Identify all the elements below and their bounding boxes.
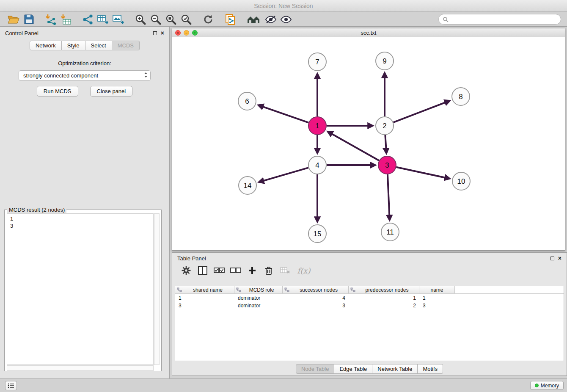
float-panel-icon[interactable]	[153, 31, 157, 35]
maximize-window-traffic-light[interactable]: +	[192, 30, 198, 36]
graph-edge-3-10[interactable]	[396, 167, 449, 179]
graph-edge-1-6[interactable]	[259, 105, 308, 123]
tab-mcds[interactable]: MCDS	[112, 41, 140, 50]
graph-edge-4-14[interactable]	[259, 168, 308, 182]
zoom-out-button[interactable]	[148, 13, 163, 26]
graph-edge-3-1[interactable]	[328, 132, 379, 160]
graph-node-4[interactable]: 4	[308, 156, 326, 174]
graph-node-label: 11	[386, 228, 394, 236]
graph-node-8[interactable]: 8	[452, 88, 470, 105]
new-network-button[interactable]	[80, 13, 96, 26]
graph-node-1[interactable]: 1	[308, 117, 326, 135]
graph-node-label: 10	[457, 177, 465, 185]
float-table-panel-icon[interactable]	[550, 257, 554, 260]
table-row[interactable]: 1 dominator 4 1 1	[175, 295, 564, 301]
criterion-select[interactable]: strongly connected component	[19, 70, 151, 81]
zoom-in-button[interactable]	[133, 13, 148, 26]
import-network-button[interactable]	[43, 13, 58, 26]
import-table-button[interactable]	[58, 13, 74, 26]
cell-shared-name[interactable]: 1	[175, 295, 234, 301]
column-header-predecessor-nodes[interactable]: predecessor nodes	[349, 286, 419, 293]
close-panel-button[interactable]: Close panel	[90, 86, 133, 97]
cell-name[interactable]: 3	[419, 303, 455, 309]
cell-predecessor-nodes[interactable]: 2	[349, 303, 419, 309]
graph-node-11[interactable]: 11	[381, 223, 399, 241]
tab-node-table[interactable]: Node Table	[296, 364, 335, 374]
zoom-out-icon	[150, 14, 162, 25]
graph-node-6[interactable]: 6	[238, 92, 256, 110]
open-session-button[interactable]	[6, 13, 21, 26]
column-header-filler	[455, 286, 564, 293]
go-home-button[interactable]	[245, 13, 263, 26]
search-field[interactable]	[438, 14, 561, 25]
select-all-rows-button[interactable]	[213, 265, 226, 276]
tab-select[interactable]: Select	[85, 41, 112, 50]
cell-name[interactable]: 1	[419, 295, 455, 301]
minimize-window-traffic-light[interactable]: −	[184, 30, 189, 36]
graph-node-7[interactable]: 7	[308, 53, 326, 71]
tab-edge-table[interactable]: Edge Table	[334, 364, 372, 374]
cell-mcds-role[interactable]: dominator	[234, 303, 283, 309]
graph-node-3[interactable]: 3	[378, 156, 396, 174]
graph-edge-2-8[interactable]	[394, 101, 449, 122]
task-history-button[interactable]	[5, 381, 17, 390]
column-type-icon	[177, 287, 182, 292]
column-header-successor-nodes[interactable]: successor nodes	[283, 286, 349, 293]
search-input[interactable]	[451, 16, 557, 22]
close-window-traffic-light[interactable]: ×	[175, 30, 181, 36]
cell-predecessor-nodes[interactable]: 1	[349, 295, 419, 301]
graph-edge-2-3[interactable]	[385, 135, 386, 153]
delete-column-button[interactable]	[262, 265, 275, 276]
export-table-button[interactable]	[96, 13, 111, 26]
column-header-mcds-role[interactable]: MCDS role	[234, 286, 283, 293]
show-columns-button[interactable]	[196, 265, 209, 276]
tab-motifs[interactable]: Motifs	[418, 364, 443, 374]
graph-edge-3-11[interactable]	[388, 174, 390, 220]
network-canvas[interactable]: 7968124314101511	[172, 37, 565, 250]
graph-node-2[interactable]: 2	[376, 117, 394, 135]
function-builder-button-disabled: f(x)	[295, 265, 312, 276]
close-table-panel-icon[interactable]: ×	[558, 256, 561, 260]
run-mcds-button[interactable]: Run MCDS	[37, 86, 78, 97]
tab-network-table[interactable]: Network Table	[372, 364, 418, 374]
cell-mcds-role[interactable]: dominator	[234, 295, 283, 301]
tab-network[interactable]: Network	[30, 41, 62, 50]
zoom-selected-button[interactable]	[179, 13, 194, 26]
column-type-icon	[284, 287, 289, 292]
cell-shared-name[interactable]: 3	[175, 303, 234, 309]
optimization-criterion-label: Optimization criterion:	[0, 60, 169, 66]
fx-icon: f(x)	[297, 266, 311, 275]
show-graphics-button[interactable]	[278, 13, 294, 26]
save-session-button[interactable]	[21, 13, 36, 26]
memory-button[interactable]: Memory	[530, 381, 564, 390]
graph-node-label: 8	[459, 93, 462, 101]
mcds-result-list[interactable]: 1 3	[7, 213, 154, 365]
eye-icon	[280, 14, 292, 25]
table-toolbar: f(x)	[172, 264, 567, 279]
columns-icon	[198, 266, 207, 275]
cell-successor-nodes[interactable]: 4	[283, 295, 349, 301]
tab-style[interactable]: Style	[62, 41, 85, 50]
column-header-name[interactable]: name	[419, 286, 455, 293]
cell-successor-nodes[interactable]: 3	[283, 303, 349, 309]
apply-layout-button[interactable]	[201, 13, 216, 26]
network-window-title: scc.txt	[361, 30, 377, 36]
apply-style-button[interactable]	[263, 13, 278, 26]
close-panel-icon[interactable]: ×	[161, 31, 164, 35]
task-list-icon	[8, 383, 14, 388]
result-scrollbar-vertical[interactable]	[154, 213, 160, 365]
result-scrollbar-horizontal[interactable]	[7, 365, 154, 371]
network-share-icon	[82, 14, 94, 25]
column-header-shared-name[interactable]: shared name	[175, 286, 234, 293]
graph-node-9[interactable]: 9	[376, 52, 394, 70]
add-column-button[interactable]	[246, 265, 259, 276]
table-row[interactable]: 3 dominator 3 2 3	[175, 302, 564, 309]
export-image-button[interactable]	[111, 13, 126, 26]
graph-node-15[interactable]: 15	[308, 225, 326, 243]
graph-node-10[interactable]: 10	[452, 172, 470, 190]
graph-node-14[interactable]: 14	[239, 177, 256, 194]
deselect-all-rows-button[interactable]	[229, 265, 242, 276]
table-settings-button[interactable]	[180, 265, 193, 276]
copy-style-button[interactable]	[223, 13, 238, 26]
zoom-fit-button[interactable]	[163, 13, 179, 26]
